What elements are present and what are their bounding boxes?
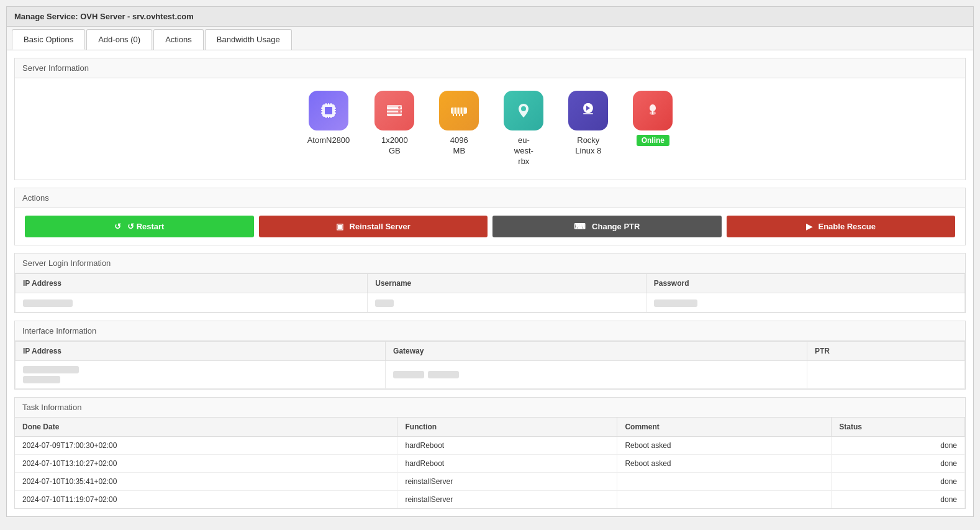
svg-rect-4: [321, 112, 323, 114]
change-ptr-button[interactable]: ⌨ Change PTR: [492, 216, 722, 237]
login-ip-cell: [16, 293, 368, 312]
actions-buttons-container: ↺ ↺ Restart ▣ Reinstall Server ⌨ Change …: [15, 208, 965, 245]
task-col-function: Function: [397, 418, 617, 437]
reinstall-label: Reinstall Server: [350, 222, 411, 231]
location-icon-box: [504, 91, 543, 130]
task-comment-3: [617, 490, 832, 508]
blurred-gateway2: [428, 371, 459, 378]
cpu-icon: [317, 99, 340, 122]
task-status-3: done: [832, 490, 965, 508]
task-comment-1: Reboot asked: [617, 454, 832, 472]
actions-section: Actions ↺ ↺ Restart ▣ Reinstall Server ⌨…: [14, 188, 966, 245]
interface-info-table: IP Address Gateway PTR: [15, 341, 965, 389]
task-comment-0: Reboot asked: [617, 436, 832, 454]
task-date-1: 2024-07-10T13:10:27+02:00: [15, 454, 397, 472]
server-login-section: Server Login Information IP Address User…: [14, 253, 966, 313]
server-information-section: Server Information: [14, 58, 966, 180]
svg-rect-9: [328, 103, 329, 105]
svg-point-30: [521, 106, 526, 111]
table-row: 2024-07-10T11:19:07+02:00 reinstallServe…: [15, 490, 965, 508]
reinstall-icon: ▣: [336, 222, 343, 231]
location-label: eu-west-rbx: [514, 135, 533, 167]
blurred-iface-ip1: [23, 366, 79, 373]
svg-rect-8: [325, 103, 327, 105]
tab-actions[interactable]: Actions: [153, 29, 204, 50]
svg-point-19: [398, 106, 401, 109]
task-date-0: 2024-07-09T17:00:30+02:00: [15, 436, 397, 454]
change-ptr-icon: ⌨: [574, 222, 586, 231]
login-password-cell: [646, 293, 964, 312]
task-function-3: reinstallServer: [397, 490, 617, 508]
tab-basic-options[interactable]: Basic Options: [12, 29, 85, 50]
tab-bar: Basic Options Add-ons (0) Actions Bandwi…: [7, 27, 973, 50]
svg-rect-13: [330, 116, 332, 118]
enable-rescue-button[interactable]: ▶ Enable Rescue: [727, 216, 956, 237]
restart-label: ↺ Restart: [127, 222, 164, 231]
login-col-password: Password: [646, 273, 964, 293]
server-login-header: Server Login Information: [15, 254, 965, 273]
svg-rect-3: [321, 110, 323, 111]
window-title: Manage Service: OVH Server - srv.ovhtest…: [7, 7, 973, 27]
blurred-iface-ip2: [23, 376, 60, 383]
login-col-username: Username: [368, 273, 647, 293]
svg-rect-26: [453, 114, 454, 116]
rescue-label: Enable Rescue: [819, 222, 876, 231]
ram-label: 4096MB: [450, 135, 468, 157]
svg-rect-27: [456, 114, 457, 116]
os-icon-box: [568, 91, 608, 130]
cpu-icon-box: [309, 91, 348, 130]
task-col-date: Done Date: [15, 418, 397, 437]
server-login-table: IP Address Username Password: [15, 273, 965, 313]
reinstall-button[interactable]: ▣ Reinstall Server: [259, 216, 488, 237]
table-row: [16, 360, 965, 388]
cpu-label: AtomN2800: [307, 135, 350, 146]
ram-icon: [448, 99, 470, 122]
server-information-header: Server Information: [15, 58, 965, 78]
table-row: 2024-07-09T17:00:30+02:00 hardReboot Reb…: [15, 436, 965, 454]
svg-rect-6: [334, 110, 336, 111]
location-icon: [512, 99, 535, 122]
table-row: 2024-07-10T10:35:41+02:00 reinstallServe…: [15, 472, 965, 490]
table-row: [16, 293, 965, 312]
server-icon-hdd: 1x2000GB: [374, 91, 414, 157]
iface-gateway-cell: [386, 360, 807, 388]
actions-header: Actions: [15, 188, 965, 208]
server-icon-status: Online: [633, 91, 673, 146]
svg-rect-32: [583, 113, 593, 114]
status-icon-box: [633, 91, 673, 130]
svg-rect-1: [325, 107, 332, 114]
task-col-comment: Comment: [617, 418, 832, 437]
iface-col-ip: IP Address: [16, 341, 386, 360]
svg-rect-22: [453, 107, 455, 114]
restart-button[interactable]: ↺ ↺ Restart: [25, 216, 254, 237]
task-status-1: done: [832, 454, 965, 472]
server-icon-cpu: AtomN2800: [307, 91, 350, 146]
svg-rect-10: [330, 103, 332, 105]
hdd-label: 1x2000GB: [381, 135, 408, 157]
hdd-icon: [383, 99, 406, 122]
server-icon-location: eu-west-rbx: [504, 91, 543, 167]
interface-info-header: Interface Information: [15, 321, 965, 341]
blurred-ip: [23, 299, 73, 307]
task-date-2: 2024-07-10T10:35:41+02:00: [15, 472, 397, 490]
svg-point-20: [398, 111, 401, 113]
task-col-status: Status: [832, 418, 965, 437]
blurred-username: [375, 299, 394, 307]
ram-icon-box: [439, 91, 479, 130]
iface-col-gateway: Gateway: [386, 341, 807, 360]
task-info-table: Done Date Function Comment Status 2024-0…: [15, 418, 965, 508]
svg-rect-23: [456, 107, 458, 114]
hdd-icon-box: [374, 91, 414, 130]
server-icon-os: RockyLinux 8: [568, 91, 608, 157]
interface-info-section: Interface Information IP Address Gateway…: [14, 321, 966, 390]
task-function-0: hardReboot: [397, 436, 617, 454]
tab-bandwidth-usage[interactable]: Bandwidth Usage: [205, 29, 292, 50]
tab-add-ons[interactable]: Add-ons (0): [86, 29, 152, 50]
svg-rect-11: [325, 116, 327, 118]
svg-rect-34: [652, 111, 653, 114]
iface-col-ptr: PTR: [807, 341, 965, 360]
server-icons-container: AtomN2800 1x2000GB: [15, 78, 965, 180]
svg-rect-29: [462, 114, 463, 116]
os-icon: [577, 99, 599, 122]
task-info-header: Task Information: [15, 398, 965, 418]
